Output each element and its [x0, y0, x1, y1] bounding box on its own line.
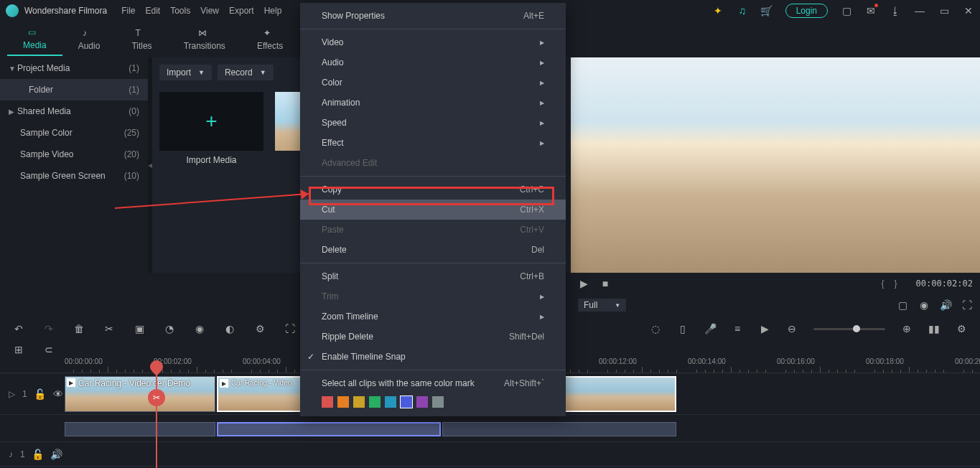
login-button[interactable]: Login: [785, 4, 828, 18]
crop-icon[interactable]: ▣: [134, 323, 145, 334]
color-swatch[interactable]: [369, 396, 381, 408]
color-swatch[interactable]: [353, 396, 365, 408]
color-icon[interactable]: ◉: [194, 323, 205, 334]
color-swatch[interactable]: [337, 396, 349, 408]
fullscreen-icon[interactable]: ⛶: [961, 299, 973, 311]
tab-media[interactable]: ▭Media: [7, 23, 62, 56]
headphones-icon[interactable]: ♫: [737, 5, 748, 17]
greenscreen-icon[interactable]: ◐: [224, 323, 235, 334]
import-dropdown[interactable]: Import▼: [159, 65, 212, 80]
menu-tools[interactable]: Tools: [170, 6, 190, 16]
preview-timecode: 00:00:02:02: [916, 279, 973, 289]
sidebar-sample-green[interactable]: Sample Green Screen(10): [0, 165, 148, 187]
sidebar-shared-media[interactable]: ▶Shared Media(0): [0, 100, 148, 122]
chevron-down-icon: ▼: [260, 69, 266, 76]
undo-icon[interactable]: ↶: [13, 323, 24, 334]
ctx-zoom-timeline[interactable]: Zoom Timeline▶: [300, 306, 566, 327]
tab-effects[interactable]: ✦Effects: [241, 24, 299, 55]
sidebar-sample-video[interactable]: Sample Video(20): [0, 144, 148, 165]
ctx-video[interactable]: Video▶: [300, 32, 566, 52]
audio-mix-icon[interactable]: ≡: [732, 323, 743, 334]
color-swatch[interactable]: [401, 396, 412, 408]
scissors-icon[interactable]: ✂: [103, 323, 115, 334]
sidebar-folder[interactable]: Folder(1): [0, 79, 148, 100]
ctx-cut[interactable]: CutCtrl+X: [300, 200, 566, 220]
ctx-select-all-clips-with-the-same-color-mark[interactable]: Select all clips with the same color mar…: [300, 373, 566, 393]
settings2-icon[interactable]: ⚙: [956, 323, 967, 334]
maximize-icon[interactable]: ▭: [938, 5, 950, 17]
snapshot-icon[interactable]: ◉: [918, 299, 930, 311]
menu-edit[interactable]: Edit: [146, 6, 161, 16]
play-icon[interactable]: ▶: [578, 278, 589, 289]
zoom-slider[interactable]: [813, 328, 885, 330]
lightbulb-icon[interactable]: ✦: [712, 5, 724, 17]
preview-viewport[interactable]: [571, 57, 980, 273]
sidebar-project-media[interactable]: ▼Project Media(1): [0, 57, 148, 79]
close-icon[interactable]: ✕: [963, 5, 974, 17]
audio-clip-1a[interactable]: [65, 422, 215, 436]
minimize-icon[interactable]: —: [914, 5, 925, 17]
menu-help[interactable]: Help: [264, 6, 282, 16]
ctx-enable-timeline-snap[interactable]: ✓Enable Timeline Snap: [300, 347, 566, 367]
ctx-delete[interactable]: DeleteDel: [300, 240, 566, 260]
ctx-color[interactable]: Color▶: [300, 72, 566, 93]
save-icon[interactable]: ▢: [841, 5, 852, 17]
color-swatch[interactable]: [432, 396, 444, 408]
eye-icon[interactable]: 👁: [53, 388, 63, 400]
mail-icon[interactable]: ✉: [865, 5, 877, 17]
color-swatch[interactable]: [385, 396, 396, 408]
playhead[interactable]: ✂: [156, 373, 157, 468]
speed-icon[interactable]: ◔: [164, 323, 175, 334]
mixer-icon[interactable]: ◌: [650, 323, 661, 334]
view-mode-icon[interactable]: ▮▮: [928, 323, 940, 334]
monitor-icon[interactable]: ▢: [897, 299, 908, 311]
ctx-split[interactable]: SplitCtrl+B: [300, 266, 566, 286]
voiceover-icon[interactable]: 🎤: [704, 323, 716, 334]
plus-icon: +: [205, 110, 217, 133]
folder-icon: ▭: [28, 27, 41, 37]
volume-icon[interactable]: 🔊: [940, 299, 951, 311]
menu-view[interactable]: View: [200, 6, 219, 16]
video-clip-1a[interactable]: ▶ Car Racing - Video cer Demo: [65, 376, 215, 412]
ctx-show-properties[interactable]: Show PropertiesAlt+E: [300, 6, 566, 26]
ctx-animation[interactable]: Animation▶: [300, 93, 566, 113]
color-swatch[interactable]: [416, 396, 428, 408]
color-swatch[interactable]: [322, 396, 333, 408]
audio-clip-1b[interactable]: [217, 422, 441, 436]
delete-icon[interactable]: 🗑: [73, 323, 85, 334]
marker-icon[interactable]: ▯: [677, 323, 689, 334]
cart-icon[interactable]: 🛒: [761, 5, 773, 17]
bracket-right[interactable]: }: [895, 279, 897, 289]
zoom-out-icon[interactable]: ⊖: [786, 323, 798, 334]
lock-icon[interactable]: 🔓: [34, 388, 46, 400]
ctx-copy[interactable]: CopyCtrl+C: [300, 179, 566, 200]
settings-icon[interactable]: ⚙: [254, 323, 266, 334]
render-icon[interactable]: ▶: [759, 323, 770, 334]
ctx-speed[interactable]: Speed▶: [300, 113, 566, 133]
zoom-dropdown[interactable]: Full▼: [578, 299, 626, 312]
lock-icon[interactable]: 🔓: [32, 449, 44, 460]
ctx-ripple-delete[interactable]: Ripple DeleteShift+Del: [300, 327, 566, 347]
audio-clip-1c[interactable]: [442, 422, 676, 436]
sidebar-sample-color[interactable]: Sample Color(25): [0, 122, 148, 144]
video-track-header: ▷1 🔓 👁: [0, 388, 65, 400]
magnet-icon[interactable]: ⊂: [43, 344, 55, 355]
ctx-effect[interactable]: Effect▶: [300, 133, 566, 153]
expand-icon[interactable]: ⛶: [284, 323, 296, 334]
menu-file[interactable]: File: [121, 6, 135, 16]
playhead-scissors-icon[interactable]: ✂: [148, 389, 165, 406]
tab-titles[interactable]: TTitles: [116, 24, 167, 55]
tab-transitions[interactable]: ⋈Transitions: [168, 24, 241, 55]
menu-export[interactable]: Export: [229, 6, 254, 16]
tab-audio[interactable]: ♪Audio: [62, 24, 116, 55]
bracket-left[interactable]: {: [881, 279, 884, 289]
redo-icon[interactable]: ↷: [43, 323, 55, 334]
download-icon[interactable]: ⭳: [890, 5, 901, 17]
speaker-icon[interactable]: 🔊: [51, 449, 62, 460]
ctx-audio[interactable]: Audio▶: [300, 52, 566, 72]
import-media-tile[interactable]: + Import Media: [159, 92, 263, 165]
timeline-track-add-icon[interactable]: ⊞: [13, 344, 24, 355]
zoom-in-icon[interactable]: ⊕: [901, 323, 913, 334]
record-dropdown[interactable]: Record▼: [218, 65, 274, 80]
stop-icon[interactable]: ■: [599, 278, 611, 289]
